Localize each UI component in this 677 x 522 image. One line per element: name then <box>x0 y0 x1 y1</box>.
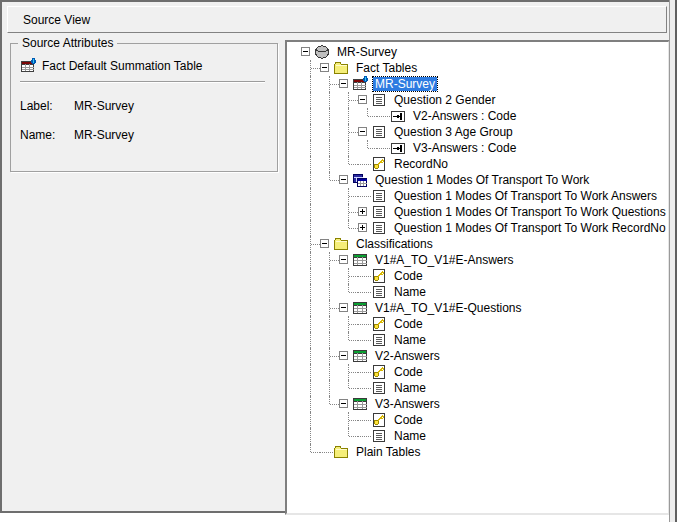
tree-node[interactable]: Name <box>287 428 668 444</box>
tree-node-label[interactable]: Question 1 Modes Of Transport To Work <box>373 173 591 187</box>
tree-node[interactable]: Name <box>287 284 668 300</box>
source-attributes-groupbox: Source Attributes Fact Default Summation… <box>10 43 278 172</box>
tree-rail <box>320 380 339 396</box>
tree-rail <box>301 428 320 444</box>
expander-slot <box>358 380 371 396</box>
tree-node[interactable]: Plain Tables <box>287 444 668 460</box>
tree-node-label[interactable]: Name <box>392 381 428 395</box>
expander-slot <box>358 316 371 332</box>
expander-slot <box>358 124 371 140</box>
column-icon <box>371 332 387 348</box>
tree-node-label[interactable]: Name <box>392 429 428 443</box>
tree-node[interactable]: Question 1 Modes Of Transport To Work Re… <box>287 220 668 236</box>
tree-rail <box>301 124 320 140</box>
collapse-minus-icon[interactable] <box>339 175 348 184</box>
tree-node-label[interactable]: Name <box>392 285 428 299</box>
tree-node-label[interactable]: V3-Answers <box>373 397 442 411</box>
tree-node-label[interactable]: Code <box>392 269 425 283</box>
tree-rail <box>320 284 339 300</box>
tree-rail <box>301 316 320 332</box>
tree-node[interactable]: Code <box>287 412 668 428</box>
tree-node[interactable]: V1#A_TO_V1#E-Questions <box>287 300 668 316</box>
tree-rail <box>301 76 320 92</box>
tree-node[interactable]: V3-Answers <box>287 396 668 412</box>
class-table-icon <box>352 300 368 316</box>
folder-icon <box>333 444 349 460</box>
column-icon <box>371 188 387 204</box>
tree-node[interactable]: V2-Answers : Code <box>287 108 668 124</box>
tree-node-label[interactable]: Question 2 Gender <box>392 93 497 107</box>
tree-connector <box>339 220 358 236</box>
collapse-minus-icon[interactable] <box>358 95 367 104</box>
tree-node-label[interactable]: Question 1 Modes Of Transport To Work Re… <box>392 221 668 235</box>
tree-node[interactable]: V2-Answers <box>287 348 668 364</box>
tree-node[interactable]: V3-Answers : Code <box>287 140 668 156</box>
tree-rail <box>320 268 339 284</box>
tree-node-label[interactable]: Classifications <box>354 237 435 251</box>
collapse-minus-icon[interactable] <box>320 239 329 248</box>
tree-node[interactable]: Code <box>287 364 668 380</box>
expand-plus-icon[interactable] <box>358 223 367 232</box>
tree-node-label[interactable]: Fact Tables <box>354 61 419 75</box>
tree-node[interactable]: Question 2 Gender <box>287 92 668 108</box>
tree-node-label[interactable]: Question 3 Age Group <box>392 125 515 139</box>
tree-node[interactable]: Question 3 Age Group <box>287 124 668 140</box>
tree-rail <box>320 140 339 156</box>
collapse-minus-icon[interactable] <box>301 47 310 56</box>
tree-node-label[interactable]: V2-Answers <box>373 349 442 363</box>
source-tree[interactable]: MR-SurveyFact TablesMR-SurveyQuestion 2 … <box>285 40 670 515</box>
collapse-minus-icon[interactable] <box>339 303 348 312</box>
divider <box>20 81 265 83</box>
tree-node-label[interactable]: Name <box>392 333 428 347</box>
class-table-icon <box>352 396 368 412</box>
column-icon <box>371 204 387 220</box>
tree-node[interactable]: Question 1 Modes Of Transport To Work An… <box>287 188 668 204</box>
tree-node-label[interactable]: RecordNo <box>392 157 450 171</box>
tree-node[interactable]: Code <box>287 268 668 284</box>
tree-node-label[interactable]: Plain Tables <box>354 445 423 459</box>
tree-node[interactable]: Classifications <box>287 236 668 252</box>
tree-connector <box>339 156 358 172</box>
expander-slot <box>358 332 371 348</box>
class-table-icon <box>352 348 368 364</box>
expander-slot <box>358 204 371 220</box>
tree-node[interactable]: MR-Survey <box>287 44 668 60</box>
collapse-minus-icon[interactable] <box>358 127 367 136</box>
tree-rail <box>301 156 320 172</box>
expand-plus-icon[interactable] <box>358 207 367 216</box>
tree-node-label[interactable]: MR-Survey <box>373 77 437 91</box>
tree-node-label[interactable]: Question 1 Modes Of Transport To Work An… <box>392 189 659 203</box>
tree-node-label[interactable]: MR-Survey <box>335 45 399 59</box>
collapse-minus-icon[interactable] <box>339 255 348 264</box>
collapse-minus-icon[interactable] <box>339 79 348 88</box>
collapse-minus-icon[interactable] <box>339 399 348 408</box>
tree-rail <box>301 140 320 156</box>
tree-node[interactable]: Question 1 Modes Of Transport To Work <box>287 172 668 188</box>
tree-connector <box>301 236 320 252</box>
tree-node[interactable]: Name <box>287 332 668 348</box>
tree-node[interactable]: RecordNo <box>287 156 668 172</box>
tree-node[interactable]: Fact Tables <box>287 60 668 76</box>
expander-slot <box>339 396 352 412</box>
tree-node-label[interactable]: V3-Answers : Code <box>411 141 518 155</box>
tree-node-label[interactable]: Code <box>392 365 425 379</box>
key-icon <box>371 364 387 380</box>
collapse-minus-icon[interactable] <box>339 351 348 360</box>
tree-node-label[interactable]: Code <box>392 317 425 331</box>
tree-node-label[interactable]: Question 1 Modes Of Transport To Work Qu… <box>392 205 668 219</box>
tree-rail <box>301 332 320 348</box>
tree-node[interactable]: Question 1 Modes Of Transport To Work Qu… <box>287 204 668 220</box>
tree-rail <box>320 92 339 108</box>
tree-connector <box>339 380 358 396</box>
tree-node[interactable]: MR-Survey <box>287 76 668 92</box>
tree-node[interactable]: Code <box>287 316 668 332</box>
tree-node-label[interactable]: V1#A_TO_V1#E-Answers <box>373 253 516 267</box>
tree-node-label[interactable]: V2-Answers : Code <box>411 109 518 123</box>
tree-connector <box>339 92 358 108</box>
tree-node-label[interactable]: V1#A_TO_V1#E-Questions <box>373 301 524 315</box>
tree-node-label[interactable]: Code <box>392 413 425 427</box>
collapse-minus-icon[interactable] <box>320 63 329 72</box>
tree-node[interactable]: Name <box>287 380 668 396</box>
tree-rail <box>301 364 320 380</box>
tree-node[interactable]: V1#A_TO_V1#E-Answers <box>287 252 668 268</box>
